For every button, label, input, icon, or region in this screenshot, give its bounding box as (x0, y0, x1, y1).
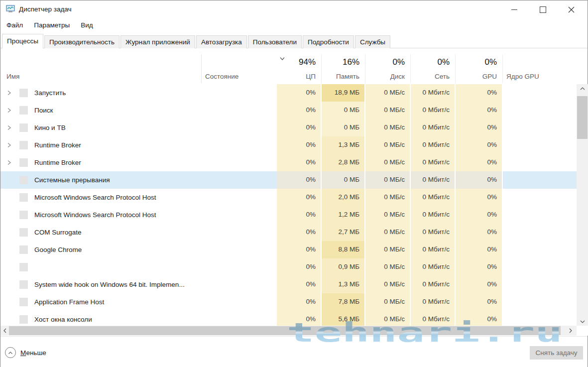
column-total-percent: 0% (392, 57, 405, 67)
column-total-percent: 94% (299, 57, 316, 67)
memory-cell: 2,7 МБ (322, 224, 364, 241)
process-name: Запустить (34, 89, 66, 97)
tab[interactable]: Подробности (303, 35, 354, 48)
tab-label: Автозагрузка (201, 38, 242, 46)
vertical-scrollbar[interactable] (577, 84, 588, 326)
tab[interactable]: Процессы (2, 34, 43, 49)
horizontal-scrollbar[interactable] (0, 326, 577, 336)
tab[interactable]: Производительность (44, 35, 119, 48)
table-row[interactable]: 0% 0,9 МБ 0 МБ/с 0 Мбит/с 0% (0, 258, 577, 276)
cpu-cell: 0% (277, 102, 321, 119)
table-row[interactable]: Поиск 0% 0 МБ 0 МБ/с 0 Мбит/с 0% (0, 102, 577, 119)
cpu-cell: 0% (277, 189, 321, 206)
column-header-gpu-engine[interactable]: Ядро GPU (506, 73, 539, 80)
menu-view[interactable]: Вид (76, 20, 98, 30)
network-cell: 0 Мбит/с (411, 241, 455, 258)
scroll-down-icon[interactable] (577, 317, 588, 326)
process-icon (19, 211, 28, 219)
process-name: Системные прерывания (34, 176, 110, 184)
tab[interactable]: Автозагрузка (196, 35, 247, 48)
scroll-left-icon[interactable] (0, 326, 9, 336)
column-label: GPU (482, 73, 497, 80)
expand-chevron-icon[interactable] (0, 90, 19, 96)
disk-cell: 0 МБ/с (365, 224, 410, 241)
table-row[interactable]: Runtime Broker 0% 1,3 МБ 0 МБ/с 0 Мбит/с… (0, 136, 577, 154)
column-header[interactable]: 0% Диск (365, 52, 410, 84)
process-name: Microsoft Windows Search Protocol Host (34, 211, 156, 219)
fewer-details-button[interactable]: Меньше (5, 347, 46, 358)
tab[interactable]: Службы (355, 35, 390, 48)
expand-chevron-icon[interactable] (0, 108, 19, 113)
column-header[interactable]: 0% GPU (456, 52, 502, 84)
process-name: Google Chrome (34, 246, 82, 253)
vertical-scrollbar-thumb[interactable] (577, 96, 588, 139)
column-label: ЦП (306, 73, 316, 80)
memory-cell: 0,9 МБ (322, 258, 364, 276)
network-cell: 0 Мбит/с (411, 276, 455, 293)
table-row[interactable]: Application Frame Host 0% 7,8 МБ 0 МБ/с … (0, 293, 577, 311)
table-row[interactable]: Системные прерывания 0% 0 МБ 0 МБ/с 0 Мб… (0, 171, 577, 189)
column-header-status[interactable]: Состояние (205, 73, 238, 80)
menu-file[interactable]: Файл (1, 20, 28, 30)
minimize-button[interactable] (503, 0, 526, 18)
disk-cell: 0 МБ/с (365, 311, 410, 326)
expand-chevron-icon[interactable] (0, 160, 19, 165)
expand-chevron-icon[interactable] (0, 142, 19, 148)
close-button[interactable] (560, 0, 583, 18)
table-row[interactable]: COM Surrogate 0% 2,7 МБ 0 МБ/с 0 Мбит/с … (0, 224, 577, 241)
column-header[interactable]: 0% Сеть (411, 52, 455, 84)
menu-options[interactable]: Параметры (29, 20, 75, 30)
status-cell (201, 84, 277, 102)
network-cell: 0 Мбит/с (411, 224, 455, 241)
maximize-button[interactable] (531, 0, 554, 18)
status-cell (201, 293, 277, 311)
cpu-cell: 0% (277, 224, 321, 241)
process-name-cell: Microsoft Windows Search Protocol Host (0, 189, 201, 206)
horizontal-scrollbar-thumb[interactable] (9, 326, 561, 335)
tab[interactable]: Журнал приложений (120, 35, 195, 48)
column-header-name[interactable]: Имя (6, 73, 19, 80)
memory-cell: 0 МБ (322, 119, 364, 136)
table-row[interactable]: Google Chrome 0% 8,8 МБ 0 МБ/с 0 Мбит/с … (0, 241, 577, 258)
cpu-cell: 0% (277, 241, 321, 258)
gpu-cell: 0% (456, 224, 502, 241)
table-row[interactable]: System wide hook on Windows 64 bit. Impl… (0, 276, 577, 293)
process-name-cell: Запустить (0, 84, 201, 102)
network-cell: 0 Мбит/с (411, 206, 455, 224)
tab[interactable]: Пользователи (248, 35, 302, 48)
column-label: Память (336, 73, 359, 80)
table-row[interactable]: Microsoft Windows Search Protocol Host 0… (0, 206, 577, 224)
process-name-cell: COM Surrogate (0, 224, 201, 241)
disk-cell: 0 МБ/с (365, 154, 410, 171)
disk-cell: 0 МБ/с (365, 102, 410, 119)
window-title: Диспетчер задач (19, 5, 72, 13)
memory-cell: 1,3 МБ (322, 136, 364, 154)
scroll-right-icon[interactable] (566, 326, 575, 336)
table-row[interactable]: Запустить 0% 18,9 МБ 0 МБ/с 0 Мбит/с 0% (0, 84, 577, 102)
table-row[interactable]: Runtime Broker 0% 2,8 МБ 0 МБ/с 0 Мбит/с… (0, 154, 577, 171)
column-header[interactable]: 16% Память (322, 52, 364, 84)
memory-cell: 2,8 МБ (322, 154, 364, 171)
scroll-up-icon[interactable] (577, 84, 588, 93)
process-icon (19, 245, 28, 254)
memory-cell: 18,9 МБ (322, 84, 364, 102)
disk-cell: 0 МБ/с (365, 84, 410, 102)
table-row[interactable]: Кино и ТВ 0% 0 МБ 0 МБ/с 0 Мбит/с 0% (0, 119, 577, 136)
network-cell: 0 Мбит/с (411, 102, 455, 119)
gpu-cell: 0% (456, 241, 502, 258)
end-task-button[interactable]: Снять задачу (530, 346, 583, 360)
process-icon (19, 280, 28, 289)
table-row[interactable]: Microsoft Windows Search Protocol Host 0… (0, 189, 577, 206)
gpu-cell: 0% (456, 258, 502, 276)
disk-cell: 0 МБ/с (365, 241, 410, 258)
process-name-cell: System wide hook on Windows 64 bit. Impl… (0, 276, 201, 293)
process-name-cell (0, 258, 201, 276)
expand-chevron-icon[interactable] (0, 125, 19, 130)
table-row[interactable]: Хост окна консоли 0% 5,6 МБ 0 МБ/с 0 Мби… (0, 311, 577, 326)
gpu-engine-cell (503, 206, 577, 224)
process-name-cell: Application Frame Host (0, 293, 201, 311)
memory-cell: 1,2 МБ (322, 206, 364, 224)
process-name: Microsoft Windows Search Protocol Host (34, 194, 156, 201)
process-icon (19, 298, 28, 306)
memory-cell: 5,6 МБ (322, 311, 364, 326)
